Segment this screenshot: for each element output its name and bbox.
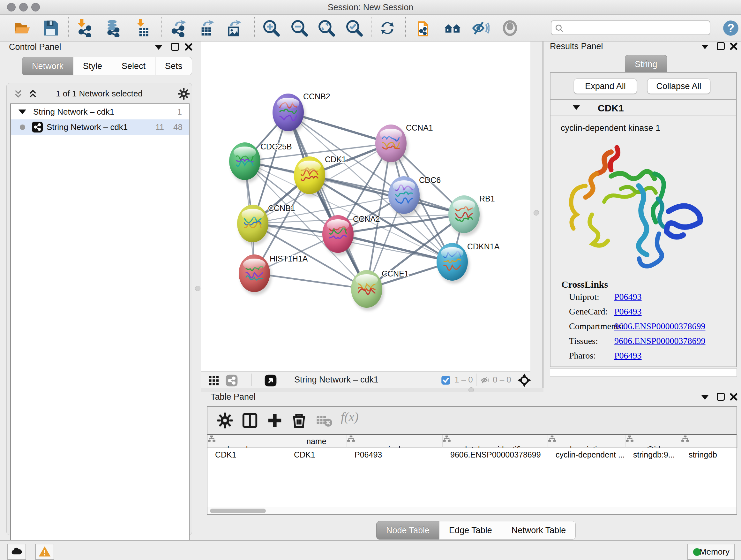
column-header-shared-name[interactable]: shared name bbox=[207, 435, 286, 448]
crosslink-link[interactable]: 9606.ENSP00000378699 bbox=[614, 321, 705, 331]
tab-node-table[interactable]: Node Table bbox=[376, 521, 440, 540]
crosslink-link[interactable]: 9606.ENSP00000378699 bbox=[614, 336, 705, 346]
expand-all-button[interactable]: Expand All bbox=[574, 78, 637, 94]
network-collection-row[interactable]: String Network – cdk1 1 bbox=[11, 104, 189, 119]
network-node-cdc6[interactable] bbox=[388, 176, 421, 217]
tab-network[interactable]: Network bbox=[22, 57, 73, 75]
tab-style[interactable]: Style bbox=[73, 57, 112, 75]
network-node-ccna1[interactable] bbox=[375, 125, 408, 165]
panel-float-icon[interactable] bbox=[717, 42, 725, 50]
window-title: Session: New Session bbox=[0, 3, 741, 12]
tab-edge-table[interactable]: Edge Table bbox=[439, 521, 502, 540]
export-image-icon[interactable] bbox=[225, 19, 243, 37]
network-node-ccnb1[interactable] bbox=[237, 205, 270, 245]
delete-table-icon[interactable] bbox=[315, 412, 333, 429]
gene-description: cyclin-dependent kinase 1 bbox=[561, 123, 660, 133]
table-hscrollbar-thumb[interactable] bbox=[210, 509, 266, 513]
tab-sets[interactable]: Sets bbox=[155, 57, 192, 75]
hidden-eye-icon[interactable] bbox=[481, 375, 490, 385]
panel-float-icon[interactable] bbox=[171, 43, 179, 51]
network-node-ccne1[interactable] bbox=[351, 270, 384, 311]
cell-namespace[interactable]: stringdb bbox=[681, 448, 738, 462]
network-row-selected[interactable]: String Network – cdk1 11 48 bbox=[11, 119, 189, 135]
panel-close-icon[interactable] bbox=[185, 43, 193, 51]
string-homes-icon[interactable] bbox=[444, 19, 461, 37]
panel-menu-icon[interactable] bbox=[701, 45, 709, 49]
table-options-gear-icon[interactable] bbox=[216, 412, 233, 429]
network-node-cdkn1a[interactable] bbox=[436, 243, 469, 284]
add-column-icon[interactable] bbox=[266, 412, 283, 429]
show-columns-icon[interactable] bbox=[241, 412, 259, 429]
fit-crosshair-icon[interactable] bbox=[518, 374, 531, 387]
grid-mode-icon[interactable] bbox=[208, 375, 219, 386]
column-header-description[interactable]: description bbox=[548, 435, 625, 448]
node-label-ccnb1: CCNB1 bbox=[268, 204, 295, 212]
cell-database-identifier[interactable]: 9606.ENSP00000378699 bbox=[443, 448, 548, 462]
column-header-canonical-name[interactable]: canonical name bbox=[347, 435, 443, 448]
hide-glass-eye-icon[interactable] bbox=[472, 19, 489, 37]
panel-close-icon[interactable] bbox=[730, 42, 738, 51]
delete-column-icon[interactable] bbox=[290, 412, 308, 429]
column-header-database-identifier[interactable]: database identifier bbox=[443, 435, 548, 448]
cell-canonical-name[interactable]: P06493 bbox=[347, 448, 443, 462]
cloud-button[interactable] bbox=[7, 544, 26, 560]
crosslink-link[interactable]: P06493 bbox=[614, 351, 642, 361]
column-header-name[interactable]: name bbox=[286, 435, 347, 448]
gene-header[interactable]: CDK1 bbox=[550, 100, 736, 116]
network-canvas[interactable]: CCNB2CCNA1CDC25BCDK1CDC6RB1CCNB1CCNA2CDK… bbox=[201, 42, 530, 371]
table-hscrollbar[interactable] bbox=[207, 507, 737, 514]
tab-network-table[interactable]: Network Table bbox=[502, 521, 576, 540]
network-node-ccnb2[interactable] bbox=[273, 94, 306, 134]
column-header--id[interactable]: @id bbox=[625, 435, 681, 448]
panel-menu-icon[interactable] bbox=[701, 395, 709, 400]
cell-shared-name[interactable]: CDK1 bbox=[207, 448, 286, 462]
search-input[interactable] bbox=[567, 22, 707, 34]
import-table-icon[interactable] bbox=[133, 19, 151, 37]
collapse-all-button[interactable]: Collapse All bbox=[647, 78, 711, 94]
gray-eye-icon[interactable] bbox=[501, 19, 519, 37]
cell-name[interactable]: CDK1 bbox=[286, 448, 347, 462]
memory-button[interactable]: Memory bbox=[687, 544, 735, 560]
zoom-selected-icon[interactable] bbox=[345, 19, 363, 37]
import-network-database-icon[interactable] bbox=[105, 19, 123, 37]
column-header-namespace[interactable]: namespace bbox=[681, 435, 738, 448]
tab-string[interactable]: String bbox=[625, 55, 667, 73]
results-scrollbar-track[interactable] bbox=[550, 368, 737, 377]
network-options-gear-icon[interactable] bbox=[178, 87, 190, 100]
open-session-icon[interactable] bbox=[13, 19, 31, 37]
panel-close-icon[interactable] bbox=[730, 393, 738, 401]
cell-description[interactable]: cyclin-dependent ... bbox=[548, 448, 625, 462]
zoom-in-icon[interactable] bbox=[262, 19, 280, 37]
gene-collapse-icon[interactable] bbox=[573, 105, 580, 110]
network-node-rb1[interactable] bbox=[448, 195, 481, 236]
node-label-ccna1: CCNA1 bbox=[406, 123, 433, 132]
zoom-fit-icon[interactable] bbox=[318, 19, 335, 37]
warning-button[interactable] bbox=[35, 544, 54, 560]
function-builder-icon[interactable]: f(x) bbox=[341, 409, 376, 427]
crosslink-link[interactable]: P06493 bbox=[614, 307, 642, 317]
network-node-ccna2[interactable] bbox=[322, 215, 355, 256]
tree-expander-icon[interactable] bbox=[18, 110, 26, 114]
refresh-icon[interactable] bbox=[379, 19, 396, 37]
import-network-file-icon[interactable] bbox=[76, 19, 94, 37]
node-label-cdk1: CDK1 bbox=[325, 155, 346, 164]
help-icon[interactable]: ? bbox=[723, 20, 740, 38]
save-session-icon[interactable] bbox=[42, 19, 59, 37]
network-node-hist1h1a[interactable] bbox=[239, 254, 272, 295]
panel-menu-icon[interactable] bbox=[155, 45, 162, 50]
cell--id[interactable]: stringdb:9... bbox=[625, 448, 681, 462]
table-row[interactable]: CDK1CDK1P064939606.ENSP00000378699cyclin… bbox=[207, 448, 737, 462]
export-table-icon[interactable] bbox=[198, 19, 216, 37]
share-view-icon[interactable] bbox=[225, 374, 238, 387]
birdseye-view-icon[interactable] bbox=[264, 374, 277, 387]
zoom-out-icon[interactable] bbox=[290, 19, 308, 37]
network-from-document-icon[interactable] bbox=[415, 19, 433, 37]
selection-checkbox-icon[interactable] bbox=[441, 375, 451, 385]
left-splitter-handle[interactable] bbox=[195, 286, 200, 291]
tab-select[interactable]: Select bbox=[112, 57, 155, 75]
crosslink-link[interactable]: P06493 bbox=[614, 292, 642, 302]
export-network-icon[interactable] bbox=[170, 19, 188, 37]
panel-float-icon[interactable] bbox=[717, 393, 725, 401]
right-splitter-handle[interactable] bbox=[534, 210, 539, 215]
network-node-cdk1[interactable] bbox=[294, 157, 327, 197]
